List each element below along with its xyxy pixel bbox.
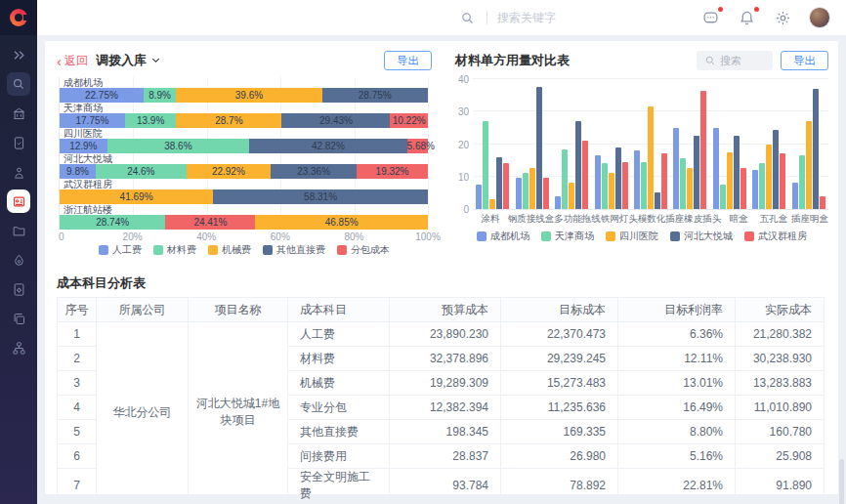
bar[interactable] <box>773 130 779 209</box>
bar[interactable] <box>489 199 495 209</box>
bar[interactable] <box>516 178 522 209</box>
bar[interactable] <box>734 136 740 209</box>
bar[interactable] <box>503 163 509 209</box>
bar[interactable] <box>727 152 733 209</box>
bar-segment[interactable]: 58.31% <box>213 189 428 204</box>
bar[interactable] <box>615 147 621 209</box>
table-row[interactable]: 1华北分公司河北大悦城1#地块项目人工费23,890.23022,370.473… <box>58 322 825 347</box>
material-search-input[interactable] <box>720 55 765 66</box>
bar-segment[interactable]: 5.68% <box>407 139 428 153</box>
search-icon[interactable] <box>460 11 475 25</box>
bar[interactable] <box>609 173 614 209</box>
user-avatar[interactable] <box>809 7 830 28</box>
sidebar-droplet-icon[interactable] <box>7 248 30 272</box>
bar[interactable] <box>806 121 812 209</box>
legend-item[interactable]: 材料费 <box>153 243 196 257</box>
stacked-bar[interactable]: 22.75%8.9%39.6%28.75% <box>60 88 428 103</box>
bar-segment[interactable]: 29.43% <box>281 113 390 128</box>
table-header-cell[interactable]: 目标利润率 <box>618 298 736 322</box>
left-panel-title[interactable]: 调拨入库 <box>96 52 161 69</box>
bar[interactable] <box>582 141 588 209</box>
bar[interactable] <box>687 168 693 209</box>
table-header-cell[interactable]: 项目名称 <box>189 298 288 322</box>
back-button[interactable]: ‹返回 <box>57 53 88 69</box>
bar[interactable] <box>523 173 529 209</box>
legend-item[interactable]: 武汉群租房 <box>744 230 807 243</box>
bar-segment[interactable]: 19.32% <box>357 164 428 179</box>
bar-segment[interactable]: 42.82% <box>249 139 406 153</box>
bar[interactable] <box>555 196 561 209</box>
bar[interactable] <box>713 128 719 209</box>
bar[interactable] <box>813 89 819 209</box>
bar-segment[interactable]: 22.92% <box>187 164 271 179</box>
bar-segment[interactable]: 41.69% <box>60 189 213 204</box>
bar-segment[interactable]: 13.9% <box>125 113 176 128</box>
table-header-cell[interactable]: 序号 <box>58 298 97 322</box>
table-header-cell[interactable]: 预算成本 <box>390 298 501 322</box>
table-header-cell[interactable]: 所属公司 <box>97 298 189 322</box>
legend-item[interactable]: 人工费 <box>99 243 142 257</box>
bar-segment[interactable]: 22.75% <box>60 88 144 103</box>
bar[interactable] <box>648 106 654 209</box>
bar[interactable] <box>820 196 825 209</box>
settings-icon[interactable] <box>775 10 791 26</box>
material-search-box[interactable] <box>697 51 773 70</box>
bar[interactable] <box>595 155 601 209</box>
sidebar-org-flow-icon[interactable] <box>7 336 30 359</box>
bar[interactable] <box>780 153 785 209</box>
chevron-down-icon[interactable] <box>150 54 161 68</box>
bar-segment[interactable]: 17.75% <box>60 113 125 128</box>
bar[interactable] <box>759 163 765 209</box>
stacked-bar[interactable]: 17.75%13.9%28.7%29.43%10.22% <box>60 113 428 128</box>
bar[interactable] <box>622 162 628 209</box>
bar[interactable] <box>543 178 549 209</box>
sidebar-document-gear-icon[interactable] <box>7 277 30 301</box>
table-header-cell[interactable]: 目标成本 <box>501 298 618 322</box>
bar[interactable] <box>476 185 482 209</box>
bar[interactable] <box>496 157 502 209</box>
export-button-right[interactable]: 导出 <box>781 51 828 70</box>
bar-segment[interactable]: 39.6% <box>176 88 321 103</box>
messages-icon[interactable] <box>702 10 719 26</box>
sidebar-copy-icon[interactable] <box>7 307 30 330</box>
bar[interactable] <box>562 149 568 210</box>
bar[interactable] <box>799 155 805 209</box>
bar[interactable] <box>661 153 667 209</box>
bar[interactable] <box>575 121 581 209</box>
stacked-bar[interactable]: 28.74%24.41%46.85% <box>60 215 428 230</box>
bar[interactable] <box>740 168 746 209</box>
bar-segment[interactable]: 12.9% <box>60 139 107 153</box>
bar[interactable] <box>694 136 699 209</box>
bar-segment[interactable]: 28.75% <box>322 88 428 103</box>
bar[interactable] <box>483 121 488 209</box>
table-header-cell[interactable]: 实际成本 <box>736 298 825 322</box>
sidebar-folder-icon[interactable] <box>7 219 30 242</box>
bar-segment[interactable]: 24.41% <box>165 215 255 230</box>
table-header-cell[interactable]: 成本科目 <box>288 298 390 322</box>
sidebar-expand-icon[interactable] <box>7 43 30 66</box>
bar-segment[interactable]: 28.7% <box>176 113 281 128</box>
sidebar-document-check-icon[interactable] <box>7 131 30 154</box>
bar[interactable] <box>752 170 758 209</box>
global-search-input[interactable] <box>497 11 614 24</box>
bar[interactable] <box>602 163 608 209</box>
stacked-bar[interactable]: 9.8%24.6%22.92%23.36%19.32% <box>60 164 428 179</box>
legend-item[interactable]: 四川医院 <box>606 230 658 243</box>
legend-item[interactable]: 天津商场 <box>541 230 594 243</box>
export-button-left[interactable]: 导出 <box>384 51 432 70</box>
app-logo[interactable] <box>0 0 37 35</box>
sidebar-search-icon[interactable] <box>7 72 30 96</box>
bar-segment[interactable]: 38.6% <box>107 139 250 153</box>
legend-item[interactable]: 分包成本 <box>337 243 390 257</box>
bar-segment[interactable]: 9.8% <box>60 164 96 179</box>
bar[interactable] <box>680 158 686 209</box>
bar-segment[interactable]: 46.85% <box>255 215 428 230</box>
vertical-scrollbar-thumb[interactable] <box>839 459 844 504</box>
bar[interactable] <box>700 91 706 209</box>
bar-segment[interactable]: 28.74% <box>60 215 165 230</box>
notifications-icon[interactable] <box>739 10 755 26</box>
bar-segment[interactable]: 23.36% <box>271 164 357 179</box>
legend-item[interactable]: 其他直接费 <box>263 243 325 257</box>
bar[interactable] <box>720 185 726 209</box>
legend-item[interactable]: 河北大悦城 <box>670 230 733 243</box>
